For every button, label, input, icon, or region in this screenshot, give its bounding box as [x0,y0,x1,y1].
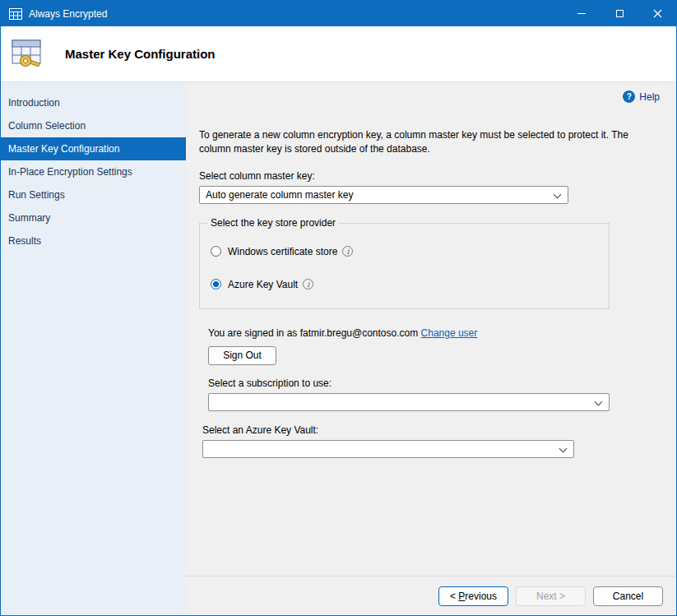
maximize-icon [616,10,624,17]
key-store-provider-group: Select the key store provider Windows ce… [199,223,610,309]
minimize-icon [577,13,586,14]
wizard-footer: < Previous Next > Cancel [186,576,676,615]
close-button[interactable] [638,1,676,26]
sign-out-button[interactable]: Sign Out [208,346,276,365]
always-encrypted-window: Always Encrypted Master [0,0,677,616]
info-icon[interactable]: i [303,279,313,289]
cancel-button[interactable]: Cancel [593,586,663,606]
wizard-header: Master Key Configuration [1,26,676,82]
help-link[interactable]: ? Help [623,90,660,103]
previous-label-rest: revious [465,591,497,602]
window-controls [563,1,676,26]
master-key-dropdown[interactable]: Auto generate column master key [199,186,568,204]
previous-button[interactable]: < Previous [438,586,508,606]
chevron-down-icon [595,397,603,405]
radio-azure-key-vault[interactable]: Azure Key Vault i [211,279,609,290]
radio-azure-key-vault-label: Azure Key Vault [228,279,298,290]
radio-unselected-icon [211,246,221,257]
sidebar-item-results[interactable]: Results [1,229,186,252]
help-icon: ? [623,90,635,103]
app-icon [9,8,22,20]
change-user-link[interactable]: Change user [421,327,478,339]
signed-in-text: You are signed in as fatmir.bregu@contos… [208,327,418,339]
next-button[interactable]: Next > [516,586,586,606]
titlebar: Always Encrypted [1,1,676,26]
sidebar-item-summary[interactable]: Summary [1,206,186,229]
intro-text: To generate a new column encryption key,… [199,128,630,156]
wizard-steps-sidebar: Introduction Column Selection Master Key… [1,82,186,615]
radio-windows-certificate-store[interactable]: Windows certificate store i [211,246,609,257]
master-key-label: Select column master key: [199,170,676,182]
help-label: Help [639,91,660,103]
master-key-selected-value: Auto generate column master key [206,189,353,201]
radio-windows-certificate-store-label: Windows certificate store [228,246,337,257]
signed-in-status: You are signed in as fatmir.bregu@contos… [208,327,676,339]
sidebar-item-run-settings[interactable]: Run Settings [1,183,186,206]
previous-label-prefix: < [450,591,458,602]
key-store-provider-group-title: Select the key store provider [207,217,339,229]
subscription-dropdown[interactable] [208,393,610,411]
minimize-button[interactable] [563,1,600,26]
sidebar-item-introduction[interactable]: Introduction [1,91,186,114]
master-key-table-icon [9,37,47,72]
subscription-label: Select a subscription to use: [208,377,676,389]
sidebar-item-in-place-encryption-settings[interactable]: In-Place Encryption Settings [1,160,186,183]
info-icon[interactable]: i [342,246,353,257]
page-title: Master Key Configuration [65,47,216,61]
chevron-down-icon [559,444,568,452]
main-panel: ? Help To generate a new column encrypti… [186,82,676,615]
radio-selected-icon [211,279,221,289]
chevron-down-icon [554,190,562,198]
maximize-button[interactable] [600,1,638,26]
main-content: To generate a new column encryption key,… [186,82,676,576]
window-title: Always Encrypted [29,8,107,20]
sidebar-item-master-key-configuration[interactable]: Master Key Configuration [1,137,186,160]
azure-key-vault-dropdown[interactable] [202,440,574,458]
close-icon [653,9,662,18]
wizard-body: Introduction Column Selection Master Key… [1,82,676,615]
sidebar-item-column-selection[interactable]: Column Selection [1,114,186,137]
azure-key-vault-label: Select an Azure Key Vault: [202,424,676,436]
